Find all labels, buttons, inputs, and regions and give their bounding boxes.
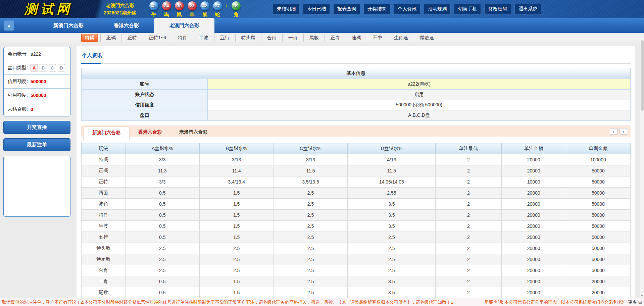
account-value: 500000	[31, 79, 46, 84]
table-row: 合肖2.52.52.52.522000050000	[82, 265, 631, 276]
column-header: A盘退水%	[125, 143, 199, 154]
subnav-item-yixiao[interactable]: 一肖	[283, 34, 303, 42]
plate-button-a[interactable]: A	[31, 64, 38, 71]
rate-cell: 50000	[566, 165, 630, 176]
plate-button-d[interactable]: D	[58, 64, 65, 71]
collapse-button[interactable]: ▲	[4, 20, 14, 31]
rate-cell: 50000	[566, 243, 630, 254]
rate-cell: 0.5	[125, 232, 199, 243]
rate-tab-old-macau[interactable]: 老澳門六合彩	[170, 126, 216, 140]
nav-button-settled-today[interactable]: 今日已结	[303, 4, 330, 14]
rate-cell: 3.5	[348, 199, 436, 210]
table-row: 一肖0.51.52.53.522000020000	[82, 276, 631, 287]
subnav-item-zhengxiao[interactable]: 正肖	[326, 34, 345, 42]
main-area: 个人资讯 基本信息 账号a222(海峡)账户状态启用信用额度500000 (余额…	[73, 43, 644, 298]
table-row: 特肖0.51.52.53.522000050000	[82, 210, 631, 221]
nav-button-change-password[interactable]: 修改密码	[484, 4, 511, 14]
rate-tab-new-macau[interactable]: 新澳门六合彩	[83, 126, 130, 140]
nav-button-logout[interactable]: 退出系统	[514, 4, 541, 14]
subnav-item-zhengma[interactable]: 正碼	[101, 34, 121, 42]
rate-cell: 20000	[566, 287, 630, 298]
info-label: 盘口	[82, 110, 208, 121]
vertical-scrollbar[interactable]: ▼	[640, 38, 644, 298]
nav-button-unsettled-detail[interactable]: 未结明细	[273, 4, 300, 14]
pager-next-button[interactable]: ›	[620, 128, 627, 135]
rate-cell: 2.5	[199, 265, 274, 276]
info-row: 信用额度500000 (余额:500000)	[82, 100, 631, 110]
rate-cell: 4/13	[348, 154, 436, 165]
sidebar-button-live-draw[interactable]: 开奖直播	[3, 121, 70, 134]
rate-cell: 20000	[501, 165, 566, 176]
rate-cell: 50000	[566, 254, 630, 265]
subnav-item-tema[interactable]: 特碼	[81, 34, 98, 42]
rate-cell: 2.5	[199, 254, 274, 265]
rate-cell: 2	[436, 254, 501, 265]
rate-cell: 2.5	[125, 265, 199, 276]
table-row: 特头数2.52.52.52.522000050000	[82, 243, 631, 254]
rate-cell: 2.55	[348, 188, 436, 199]
subnav-item-hexiao[interactable]: 合肖	[262, 34, 282, 42]
scrollbar-thumb[interactable]	[641, 40, 644, 111]
play-name-cell: 正特	[82, 176, 126, 188]
lottery-tab-hongkong[interactable]: 香港六合彩	[99, 18, 154, 33]
ball-number: 24	[162, 1, 171, 10]
subnav-item-zhengte[interactable]: 正特	[122, 34, 142, 42]
sidebar-buttons: 开奖直播最新注单	[3, 121, 70, 151]
plate-button-b[interactable]: B	[40, 64, 47, 71]
rebate-table: 玩法A盘退水%B盘退水%C盘退水%D盘退水%单注最低单注金额单期金额 特碼3/3…	[81, 143, 631, 298]
subnav-item-banbo[interactable]: 半波	[194, 34, 213, 42]
rate-cell: 0.5	[125, 276, 199, 287]
rate-cell: 2.5	[125, 254, 199, 265]
more-link[interactable]: 更多 ▤	[628, 299, 642, 305]
subnav-cell: 生肖連	[388, 34, 414, 42]
column-header: B盘退水%	[199, 143, 274, 154]
more-icon: ▤	[638, 300, 642, 305]
subnav-item-wuxing[interactable]: 五行	[215, 34, 235, 42]
lottery-tab-old-macau[interactable]: 老澳門六合彩	[154, 18, 214, 33]
lottery-ball: 39兔	[231, 1, 241, 18]
pager-prev-button[interactable]: ‹	[610, 128, 617, 135]
sidebar-button-latest-bets[interactable]: 最新注单	[3, 138, 70, 151]
rate-cell: 0.5	[125, 188, 199, 199]
rate-tabs-strip: 新澳门六合彩香港六合彩老澳門六合彩 ‹ ›	[81, 125, 631, 143]
account-value: 500000	[31, 93, 46, 98]
table-row: 五行0.51.52.52.522000050000	[82, 232, 631, 243]
ball-zodiac: 馬	[161, 11, 171, 18]
lottery-tab-new-macau[interactable]: 新澳门六合彩	[38, 18, 99, 33]
nav-button-switch-mobile[interactable]: 切换手机	[454, 4, 481, 14]
subnav-item-weishu[interactable]: 尾數	[304, 34, 324, 42]
subnav-cell: 連碼	[346, 34, 367, 42]
nav-button-report-query[interactable]: 报表查询	[333, 4, 360, 14]
rate-cell: 2	[436, 232, 501, 243]
rate-cell: 2.5	[274, 265, 348, 276]
rate-tab-hongkong[interactable]: 香港六合彩	[130, 126, 170, 140]
rate-cell: 2	[436, 165, 501, 176]
rate-cell: 2	[436, 199, 501, 210]
subnav-item-weishulian[interactable]: 尾數連	[415, 34, 439, 42]
subnav-item-texiao[interactable]: 特肖	[173, 34, 192, 42]
account-row-plate-type: 盘口类型:ABCD	[4, 61, 70, 75]
subnav-item-shengxiaolian[interactable]: 生肖連	[389, 34, 413, 42]
nav-button-profile[interactable]: 个人资讯	[394, 4, 420, 14]
subnav-item-lianma[interactable]: 連碼	[347, 34, 366, 42]
nav-button-activity-rules[interactable]: 活动规则	[424, 4, 451, 14]
rate-cell: 3.5	[348, 221, 436, 232]
nav-button-draw-results[interactable]: 开奖结果	[363, 4, 390, 14]
rate-cell: 2.5	[348, 265, 436, 276]
subnav-cell: 一肖	[283, 34, 304, 42]
subnav-item-buzhong[interactable]: 不中	[368, 34, 387, 42]
rate-cell: 3.5	[348, 210, 436, 221]
content-area: 会员帐号:a222盘口类型:ABCD信用额度:500000可用额度:500000…	[0, 43, 644, 298]
info-table-header-row: 基本信息	[82, 68, 631, 79]
info-row: 盘口A,B,C,D盘	[82, 110, 631, 121]
ball-zodiac: 兔	[231, 11, 241, 18]
scroll-down-arrow-icon[interactable]: ▼	[640, 294, 644, 297]
play-name-cell: 五行	[82, 232, 126, 243]
subnav-item-tetouwei[interactable]: 特头尾	[236, 34, 260, 42]
plate-button-c[interactable]: C	[49, 64, 56, 71]
table-row: 半波0.51.52.53.522000050000	[82, 221, 631, 232]
rate-cell: 50000	[566, 199, 630, 210]
rate-cell: 20000	[501, 254, 566, 265]
rate-cell: 3/13	[199, 154, 274, 165]
subnav-item-zhengte-1-6[interactable]: 正特1~6	[144, 34, 171, 42]
